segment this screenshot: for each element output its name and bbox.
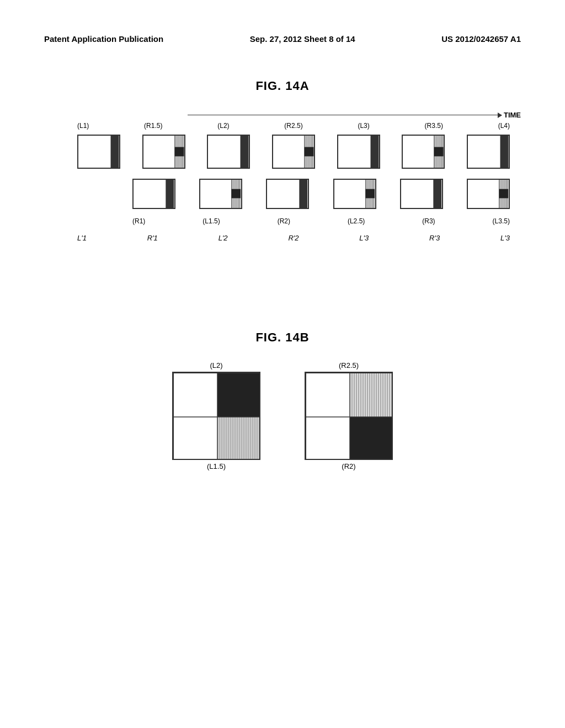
- svg-rect-9: [174, 147, 184, 156]
- bottom-labels-final: L'1 R'1 L'2 R'2 L'3 R'3 L'3: [77, 234, 510, 242]
- label-R2.5: (R2.5): [284, 122, 302, 130]
- large-frame-L2-top-label: (L2): [210, 361, 222, 370]
- label-L3: (L3): [358, 122, 369, 130]
- frames-row2: [132, 179, 510, 209]
- label-R2: (R2): [278, 217, 290, 225]
- frames-row1: [77, 135, 510, 169]
- large-frame-R2.5-top-label: (R2.5): [339, 361, 359, 370]
- label-L1.5: (L1.5): [202, 217, 220, 225]
- label-L1: (L1): [77, 122, 89, 130]
- label-L2: (L2): [217, 122, 229, 130]
- large-frame-R2.5-bottom-label: (R2): [342, 462, 355, 470]
- frame-L2: [207, 135, 250, 169]
- time-label: TIME: [504, 111, 521, 119]
- label-L3.5: (L3.5): [493, 217, 510, 225]
- frame-R1.5: [142, 135, 185, 169]
- svg-rect-43: [300, 180, 308, 208]
- final-label-L3: L'3: [359, 234, 369, 242]
- svg-rect-11: [241, 136, 249, 168]
- publication-title: Patent Application Publication: [44, 34, 163, 44]
- label-R1: (R1): [132, 217, 145, 225]
- label-R3.5: (R3.5): [425, 122, 443, 130]
- large-frame-L2: (L2): [172, 361, 260, 470]
- svg-rect-65: [173, 417, 217, 460]
- label-L4: (L4): [498, 122, 510, 130]
- page: Patent Application Publication Sep. 27, …: [0, 0, 565, 728]
- label-L2.5: (L2.5): [348, 217, 365, 225]
- svg-rect-1: [111, 136, 119, 168]
- svg-rect-29: [434, 147, 444, 156]
- date-sheet: Sep. 27, 2012 Sheet 8 of 14: [250, 34, 355, 44]
- svg-rect-61: [499, 189, 508, 198]
- header-center: Sep. 27, 2012 Sheet 8 of 14: [250, 33, 355, 46]
- frame-R2.5: [272, 135, 315, 169]
- large-frame-R2.5: (R2.5): [305, 361, 393, 470]
- svg-rect-63: [173, 373, 217, 417]
- time-arrow-container: TIME: [188, 110, 521, 121]
- svg-rect-31: [500, 136, 508, 168]
- fig14a-content: TIME (L1) (R1.5) (L2) (R2.5) (L3) (R3.5)…: [44, 110, 521, 286]
- svg-rect-64: [217, 373, 260, 417]
- frame-R3: [400, 179, 443, 209]
- fig14b-content: (L2): [44, 361, 521, 470]
- svg-rect-112: [350, 417, 393, 460]
- large-frame-R2.5-box: [305, 372, 393, 460]
- frame-R2: [266, 179, 309, 209]
- frame-L1.5: [199, 179, 242, 209]
- label-R1.5: (R1.5): [144, 122, 162, 130]
- final-label-L2: L'2: [218, 234, 228, 242]
- svg-rect-21: [370, 136, 379, 168]
- bottom-labels-row2: (R1) (L1.5) (R2) (L2.5) (R3) (L3.5): [132, 217, 510, 225]
- frame-L4: [467, 135, 510, 169]
- final-label-L1: L'1: [77, 234, 87, 242]
- svg-rect-19: [305, 147, 314, 156]
- final-label-R3: R'3: [429, 234, 440, 242]
- time-line: [188, 115, 502, 116]
- frame-R3.5: [402, 135, 445, 169]
- svg-rect-51: [365, 189, 375, 198]
- final-label-R2: R'2: [288, 234, 299, 242]
- large-frame-L2-box: [172, 372, 260, 460]
- header-left: Patent Application Publication: [44, 33, 163, 46]
- svg-rect-33: [166, 180, 174, 208]
- large-frame-L2-bottom-label: (L1.5): [207, 462, 226, 470]
- final-label-L3b: L'3: [500, 234, 510, 242]
- top-labels-row: (L1) (R1.5) (L2) (R2.5) (L3) (R3.5) (L4): [77, 122, 510, 130]
- frame-L3: [337, 135, 380, 169]
- frame-L2.5: [333, 179, 376, 209]
- final-label-R1: R'1: [147, 234, 158, 242]
- label-R3: (R3): [422, 217, 435, 225]
- fig14a-title: FIG. 14A: [44, 79, 521, 93]
- frame-R1: [132, 179, 175, 209]
- header-right: US 2012/0242657 A1: [441, 33, 521, 46]
- patent-number: US 2012/0242657 A1: [441, 34, 521, 44]
- svg-rect-53: [433, 180, 441, 208]
- fig14b-section: FIG. 14B (L2): [44, 330, 521, 470]
- frame-L1: [77, 135, 120, 169]
- fig14b-title: FIG. 14B: [44, 330, 521, 345]
- svg-rect-111: [306, 417, 350, 460]
- header: Patent Application Publication Sep. 27, …: [44, 33, 521, 46]
- frame-L3.5: [467, 179, 510, 209]
- fig14a-section: FIG. 14A TIME (L1) (R1.5) (L2) (R2.5) (L…: [44, 79, 521, 286]
- svg-rect-41: [232, 189, 241, 198]
- svg-rect-90: [306, 373, 350, 417]
